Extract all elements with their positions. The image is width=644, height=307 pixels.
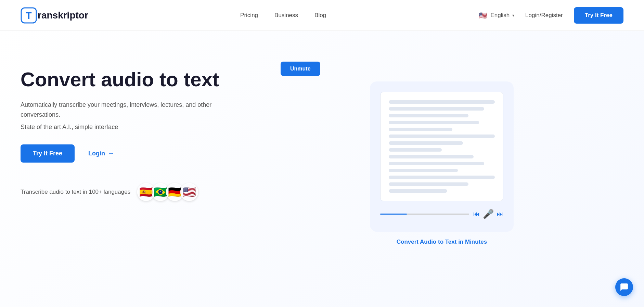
rewind-icon[interactable]: ⏮: [473, 210, 480, 218]
audio-player-bar: ⏮ 🎤 ⏭: [380, 207, 503, 221]
login-hero-link[interactable]: Login →: [88, 150, 114, 157]
mic-icon: 🎤: [483, 209, 494, 219]
nav-blog[interactable]: Blog: [314, 12, 326, 18]
language-selector[interactable]: 🇺🇸 English ▾: [478, 11, 514, 20]
nav-pricing[interactable]: Pricing: [240, 12, 258, 18]
fast-forward-icon[interactable]: ⏭: [497, 210, 503, 218]
text-line: [389, 141, 463, 145]
text-line: [389, 107, 484, 111]
lang-label: English: [490, 12, 510, 19]
try-free-nav-button[interactable]: Try It Free: [574, 7, 623, 24]
chat-icon: [620, 283, 629, 292]
languages-text: Transcribe audio to text in 100+ languag…: [21, 189, 130, 195]
logo-link[interactable]: T ranskriptor: [21, 7, 88, 24]
player-controls: ⏮ 🎤 ⏭: [473, 209, 503, 219]
hero-title: Convert audio to text: [21, 68, 260, 90]
convert-caption: Convert Audio to Text in Minutes: [397, 239, 487, 245]
hero-subtitle2: State of the art A.I., simple interface: [21, 124, 260, 131]
arrow-icon: →: [108, 150, 114, 157]
logo-icon: T: [21, 7, 37, 24]
flags-group: 🇪🇸 🇧🇷 🇩🇪 🇺🇸: [137, 183, 198, 201]
login-hero-label: Login: [88, 150, 105, 157]
login-register-link[interactable]: Login/Register: [525, 12, 563, 19]
hero-right: Unmute: [260, 58, 623, 245]
nav-links: Pricing Business Blog: [240, 12, 326, 19]
hero-subtitle: Automatically transcribe your meetings, …: [21, 100, 219, 120]
unmute-button[interactable]: Unmute: [281, 62, 320, 76]
text-line: [389, 148, 442, 152]
hero-left: Convert audio to text Automatically tran…: [21, 58, 260, 201]
logo-text: ranskriptor: [38, 10, 88, 21]
text-line: [389, 128, 452, 131]
hero-buttons: Try It Free Login →: [21, 144, 260, 163]
flag-usa: 🇺🇸: [180, 183, 198, 201]
text-line: [389, 189, 447, 193]
text-line: [389, 155, 474, 158]
text-line: [389, 121, 479, 124]
transcript-card: ⏮ 🎤 ⏭: [370, 81, 514, 232]
text-line: [389, 162, 484, 165]
text-line: [389, 176, 495, 179]
player-track: [380, 214, 469, 215]
nav-right: 🇺🇸 English ▾ Login/Register Try It Free: [478, 7, 623, 24]
chat-bubble-button[interactable]: [615, 278, 633, 296]
hero-section: Convert audio to text Automatically tran…: [0, 31, 644, 307]
chevron-down-icon: ▾: [512, 13, 514, 18]
svg-text:T: T: [26, 10, 31, 21]
transcript-document: [380, 92, 503, 201]
navbar: T ranskriptor Pricing Business Blog 🇺🇸 E…: [0, 0, 644, 31]
text-line: [389, 114, 468, 117]
text-line: [389, 100, 495, 104]
nav-business[interactable]: Business: [274, 12, 298, 18]
text-line: [389, 182, 468, 186]
languages-row: Transcribe audio to text in 100+ languag…: [21, 183, 260, 201]
try-free-hero-button[interactable]: Try It Free: [21, 144, 75, 163]
text-line: [389, 135, 495, 138]
text-line: [389, 169, 458, 172]
us-flag-icon: 🇺🇸: [478, 11, 488, 20]
